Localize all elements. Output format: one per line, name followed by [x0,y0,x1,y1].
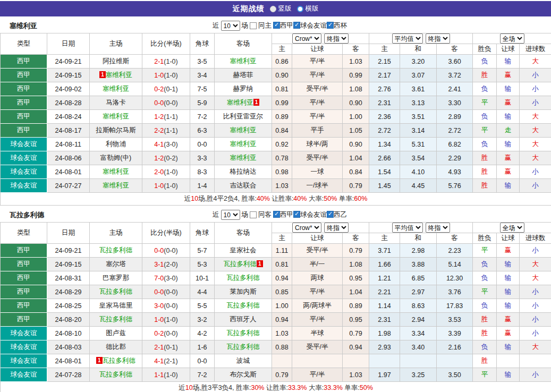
result-outcome-cell: 负 [473,258,497,271]
average-select[interactable]: 平均值 [392,33,423,44]
match-type-cell: 西甲 [1,313,47,327]
league-checkbox[interactable] [293,22,300,29]
odds-home-cell: 1.11 [272,244,292,258]
match-date-cell: 24-09-21 [47,55,90,69]
avg-away-cell: 3.53 [437,313,473,327]
matches-label: 场 [242,21,249,30]
league-checkbox[interactable] [273,211,280,218]
match-row: 西甲24-09-15塞尔塔3-1(2-0)5-3瓦拉多利德10.81半/一1.0… [1,258,551,271]
match-row: 西甲24-08-25皇家马德里3-0(0-0)5-5瓦拉多利德1.00两/两球半… [1,299,551,313]
same-venue-label: 同主 [258,21,272,30]
odds-home-cell: 0.99 [272,96,292,110]
match-type-cell: 西甲 [1,69,47,82]
fulltime-select[interactable]: 全场 [500,33,524,44]
bookmaker-select[interactable]: Crow* [292,33,321,44]
result-handicap-cell: 输 [497,285,520,299]
away-team-cell: 布尔戈斯 [215,368,272,382]
bookmaker-select[interactable]: Crow* [292,223,321,233]
average-select[interactable]: 平均值 [392,223,423,233]
result-goals-cell: 小 [520,96,551,110]
same-venue-label: 同客 [258,210,272,219]
home-team-cell: 瓦拉多利德 [90,285,142,299]
odds-handicap-cell: 球半/两 [292,138,343,151]
odds-home-cell: 0.84 [272,124,292,138]
avg-home-cell: 2.15 [369,55,400,69]
recent-count-select[interactable]: 10 [221,21,240,31]
average-stage-select[interactable]: 终指 [426,223,450,233]
result-handicap-cell: 走 [497,124,520,138]
avg-draw-cell: 3.51 [400,110,437,124]
avg-away-cell: 17.83 [437,299,473,313]
team-label: 塞维利亚 [230,126,257,134]
average-group-header: 平均值 终指 [369,33,473,44]
score-cell: 3-0(0-0) [142,299,190,313]
match-type-cell: 球会友谊 [1,354,47,368]
same-venue-checkbox[interactable] [250,211,257,218]
summary-stat-value: 30% [251,384,264,391]
league-checkbox-label: 西甲 [280,22,293,29]
result-outcome-cell: 负 [473,299,497,313]
odds-group-header: Crow* 终指 [272,223,369,233]
summary-text: 单率: [343,384,360,391]
odds-home-cell: 0.85 [272,285,292,299]
team-label: 塞维利亚 [230,140,257,148]
match-row: 西甲24-08-20瓦拉多利德1-0(1-0)3-2西班牙人0.94平/半0.9… [1,313,551,327]
avg-draw-cell: 3.13 [400,96,437,110]
score-cell: 1-2(1-1) [142,110,190,124]
result-handicap-cell: 赢 [497,244,520,258]
radio-unselected-icon [297,6,303,12]
away-team-cell: 塞维利亚 [215,151,272,165]
avg-away-cell: 2.89 [437,110,473,124]
odds-handicap-cell: 受平/半 [292,244,343,258]
avg-away-cell: 2.23 [437,244,473,258]
layout-radio-horizontal[interactable]: 横版 [297,4,319,13]
league-checkbox[interactable] [327,211,334,218]
match-date-cell: 24-08-17 [47,124,90,138]
away-team-cell: 塞维利亚 [215,138,272,151]
league-checkbox[interactable] [327,22,334,29]
recent-count-select[interactable]: 10 [221,210,240,220]
odds-away-cell: 0.79 [343,179,369,193]
result-outcome-cell: 负 [473,55,497,69]
filter-controls: 近 10 场 同主 西甲球会友谊西杯 [213,21,347,31]
layout-radio-vertical[interactable]: 竖版 [270,4,292,13]
odds-away-cell: 0.79 [343,244,369,258]
odds-stage-select[interactable]: 终指 [324,33,349,44]
league-checkbox[interactable] [293,211,300,218]
result-outcome-cell: 负 [473,271,497,285]
team-label: 莱加内斯 [230,288,257,295]
col-header-avg-draw: 和 [400,233,437,244]
average-stage-select[interactable]: 终指 [426,33,450,44]
corners-cell: 7-2 [190,368,215,382]
team-label: 皇家社会 [230,246,257,254]
match-row: 西甲24-09-02塞维利亚0-2(0-1)7-5赫罗纳0.81受平/半1.08… [1,82,551,96]
home-team-cell: 马洛卡 [90,96,142,110]
avg-draw-cell: 3.20 [400,55,437,69]
avg-home-cell: 3.71 [369,244,400,258]
odds-away-cell: 0.79 [343,327,369,340]
league-checkbox[interactable] [273,22,280,29]
match-date-cell: 24-08-01 [47,165,90,179]
fulltime-select[interactable]: 全场 [500,223,524,233]
summary-text: 场,胜4平2负4, 胜率: [198,195,257,202]
avg-home-cell: 2.76 [369,82,400,96]
radio-vertical-label: 竖版 [278,4,292,13]
result-handicap-cell: 输 [497,55,520,69]
match-type-cell: 西甲 [1,244,47,258]
odds-away-cell: 0.95 [343,271,369,285]
same-venue-checkbox[interactable] [250,22,257,29]
avg-draw-cell: 4.10 [400,165,437,179]
odds-home-cell: 1.03 [272,327,292,340]
topbar: 近期战绩 竖版 横版 [0,1,551,16]
odds-away-cell: 0.99 [343,69,369,82]
red-badge: 1 [99,71,106,78]
match-date-cell: 24-07-28 [47,368,90,382]
score-cell: 2-1(0-1) [142,340,190,354]
odds-handicap-cell: 平手 [292,124,343,138]
col-header-date: 日期 [47,223,90,244]
avg-draw-cell: 3.34 [400,327,437,340]
match-date-cell: 24-08-10 [47,327,90,340]
result-handicap-cell: 赢 [497,69,520,82]
odds-stage-select[interactable]: 终指 [324,223,349,233]
match-type-cell: 球会友谊 [1,138,47,151]
